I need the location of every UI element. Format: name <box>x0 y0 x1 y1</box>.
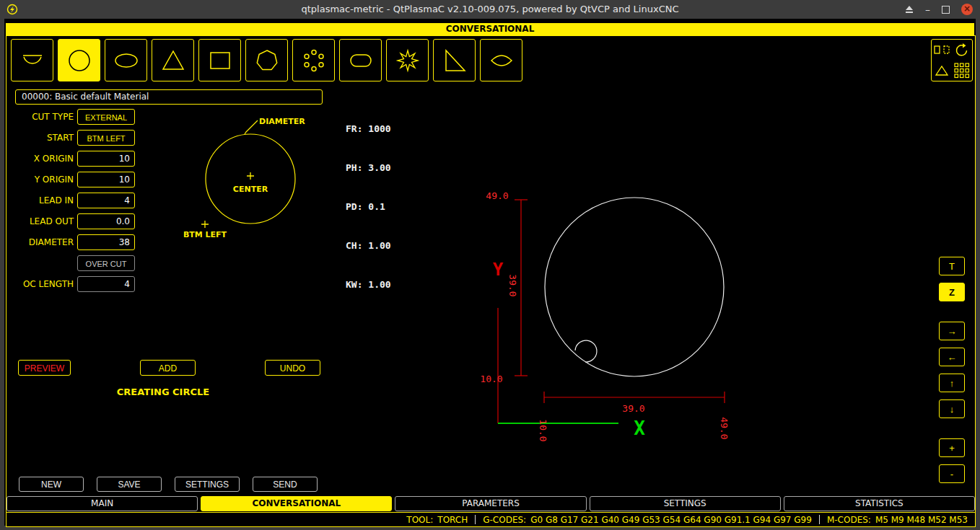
tab-parameters[interactable]: PARAMETERS <box>395 496 586 511</box>
mode-banner: CONVERSATIONAL <box>6 23 974 35</box>
over-cut-button[interactable]: OVER CUT <box>77 255 135 271</box>
top-view-button[interactable]: T <box>939 257 965 275</box>
pan-up-button[interactable]: ↑ <box>939 374 965 392</box>
shape-tool-lens[interactable] <box>480 39 522 81</box>
shape-tool-slot[interactable] <box>339 39 382 81</box>
dimension-lines <box>498 200 725 423</box>
ellipse-icon <box>112 46 141 75</box>
y-axis-marker: Y <box>493 260 504 280</box>
status-bar: TOOL: TORCH G-CODES: G0 G8 G17 G21 G40 G… <box>6 512 975 526</box>
gusset-icon <box>440 46 469 75</box>
lead-in-label: LEAD IN <box>6 193 74 208</box>
window-title: qtplasmac-metric - QtPlasmaC v2.10-009.0… <box>0 0 980 19</box>
slot-icon <box>346 46 375 75</box>
pierce-height-readout: PH: 3.00 <box>346 162 402 175</box>
tab-main[interactable]: MAIN <box>6 496 198 511</box>
lens-icon <box>487 46 516 75</box>
status-separator <box>475 515 476 524</box>
shape-diagram: DIAMETER CENTER BTM LEFT <box>167 107 327 244</box>
cut-height-readout: CH: 1.00 <box>346 239 402 252</box>
preview-button[interactable]: PREVIEW <box>18 360 71 376</box>
restore-icon[interactable] <box>942 6 950 14</box>
array-button[interactable] <box>952 61 972 81</box>
material-selector[interactable]: 00000: Basic default Material <box>15 89 323 105</box>
shape-tool-star[interactable] <box>386 39 429 81</box>
lead-out-input[interactable] <box>77 213 135 229</box>
x-origin-label: X ORIGIN <box>6 151 74 167</box>
settings-button[interactable]: SETTINGS <box>175 477 240 492</box>
creating-status-text: CREATING CIRCLE <box>6 387 320 397</box>
mcodes-label: M-CODES: <box>827 515 871 525</box>
start-label: START <box>6 130 74 146</box>
y-origin-input[interactable] <box>77 172 135 187</box>
feed-rate-readout: FR: 1000 <box>346 123 402 136</box>
keep-above-icon[interactable] <box>905 6 914 14</box>
x-axis-marker: X <box>634 418 645 439</box>
diameter-label: DIAMETER <box>6 234 74 250</box>
oc-length-input[interactable] <box>77 276 135 292</box>
shape-tool-rectangle[interactable] <box>198 39 241 81</box>
lead-in-input[interactable] <box>77 193 135 208</box>
app-body: CONVERSATIONAL <box>4 19 976 526</box>
triangle-icon <box>159 46 188 75</box>
status-separator <box>819 515 820 524</box>
zoom-in-button[interactable]: + <box>939 438 965 457</box>
y-origin-label: Y ORIGIN <box>6 172 74 187</box>
shape-tool-ellipse[interactable] <box>105 39 147 81</box>
lead-in-arc <box>575 340 597 362</box>
shape-tool-circle[interactable] <box>58 39 100 81</box>
flip-button[interactable] <box>932 61 952 81</box>
center-cross-marker <box>247 172 254 180</box>
pan-down-button[interactable]: ↓ <box>939 399 965 418</box>
lead-out-label: LEAD OUT <box>6 213 74 229</box>
pan-left-button[interactable]: ← <box>939 348 965 366</box>
start-position-button[interactable]: BTM LEFT <box>77 130 135 146</box>
preview-canvas: 49.0 39.0 10.0 39.0 10.0 49.0 Y X <box>336 89 933 483</box>
app-window: qtplasmac-metric - QtPlasmaC v2.10-009.0… <box>0 0 980 530</box>
shape-tool-gusset[interactable] <box>433 39 476 81</box>
rotate-button[interactable] <box>952 40 972 61</box>
minimize-button[interactable]: – <box>925 4 930 15</box>
pierce-delay-readout: PD: 0.1 <box>346 200 402 213</box>
zoom-out-button[interactable]: - <box>939 464 965 483</box>
diagram-diameter-label: DIAMETER <box>259 117 305 126</box>
dim-height-span: 39.0 <box>507 274 518 296</box>
tool-value: TORCH <box>437 515 468 525</box>
shape-tool-triangle[interactable] <box>152 39 194 81</box>
mirror-button[interactable] <box>932 40 952 61</box>
oc-length-label: OC LENGTH <box>6 276 74 292</box>
send-button[interactable]: SEND <box>253 477 318 492</box>
shape-tool-polygon[interactable] <box>245 39 288 81</box>
tab-settings[interactable]: SETTINGS <box>590 496 781 511</box>
diameter-input[interactable] <box>77 234 135 250</box>
bolt-circle-icon <box>299 46 328 75</box>
rotate-icon <box>953 41 971 58</box>
shape-transform-group <box>931 39 973 81</box>
shape-tool-bolt-circle[interactable] <box>292 39 335 81</box>
dim-width-span: 39.0 <box>622 403 644 414</box>
diagram-center-label: CENTER <box>233 185 268 194</box>
shape-tool-line-arc[interactable] <box>11 39 53 81</box>
add-button[interactable]: ADD <box>140 360 196 376</box>
gcodes-label: G-CODES: <box>483 515 526 525</box>
line-arc-icon <box>18 46 47 75</box>
save-button[interactable]: SAVE <box>97 477 162 492</box>
close-button[interactable]: × <box>961 4 973 15</box>
kerf-width-readout: KW: 1.00 <box>346 278 402 291</box>
cut-parameters-readout: FR: 1000 PH: 3.00 PD: 0.1 CH: 1.00 KW: 1… <box>346 97 402 317</box>
tab-statistics[interactable]: STATISTICS <box>784 496 975 511</box>
tool-label: TOOL: <box>406 515 433 525</box>
pan-right-button[interactable]: → <box>939 322 965 340</box>
z-view-button[interactable]: Z <box>939 283 965 301</box>
undo-button[interactable]: UNDO <box>265 360 320 376</box>
mcodes-value: M5 M9 M48 M52 M53 <box>875 515 968 525</box>
mirror-icon <box>933 41 950 58</box>
cut-type-button[interactable]: EXTERNAL <box>77 109 135 125</box>
tab-conversational[interactable]: CONVERSATIONAL <box>201 496 392 511</box>
new-button[interactable]: NEW <box>19 477 84 492</box>
x-origin-input[interactable] <box>77 151 135 167</box>
conversational-panel: 00000: Basic default Material CUT TYPE E… <box>6 35 976 527</box>
gcodes-value: G0 G8 G17 G21 G40 G49 G53 G54 G64 G90 G9… <box>530 515 812 525</box>
array-grid-icon <box>953 62 971 79</box>
diameter-leader-line <box>245 120 258 134</box>
